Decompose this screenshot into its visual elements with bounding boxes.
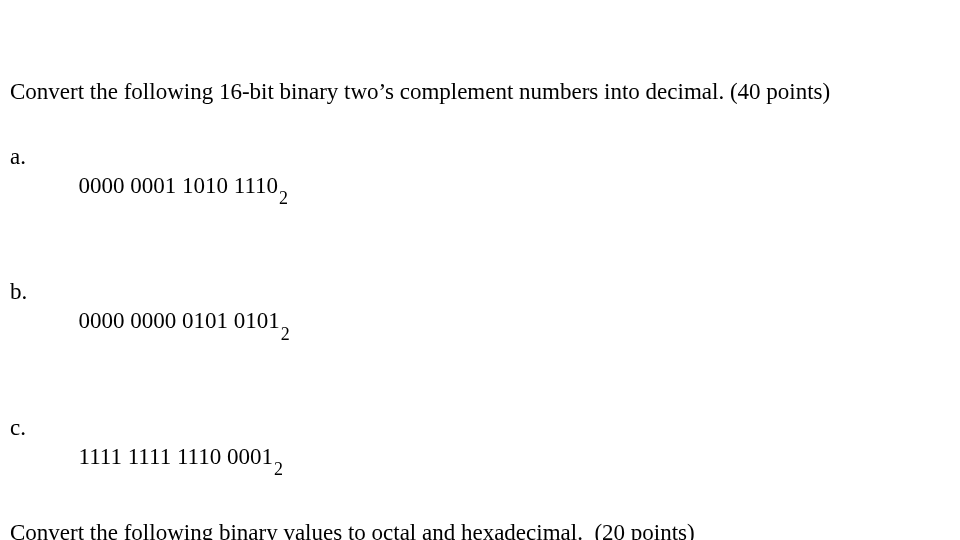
- base-subscript: 2: [274, 459, 283, 479]
- binary-digits: 0000 0001 1010 1110: [79, 173, 279, 198]
- worksheet-page: Convert the following 16-bit binary two’…: [0, 0, 960, 540]
- next-section-partial: Convert the following binary values to o…: [10, 520, 695, 540]
- problem-item: a. 0000 0001 1010 11102: [10, 143, 950, 233]
- item-value: 1111 1111 1110 00012: [44, 414, 282, 504]
- base-subscript: 2: [281, 324, 290, 344]
- instruction-text: Convert the following 16-bit binary two’…: [10, 78, 950, 107]
- binary-digits: 0000 0000 0101 0101: [79, 308, 280, 333]
- item-label: a.: [10, 143, 44, 172]
- item-value: 0000 0000 0101 01012: [44, 278, 289, 368]
- item-label: b.: [10, 278, 44, 307]
- item-value: 0000 0001 1010 11102: [44, 143, 287, 233]
- problem-item: b. 0000 0000 0101 01012: [10, 278, 950, 368]
- base-subscript: 2: [279, 188, 288, 208]
- problem-item: c. 1111 1111 1110 00012: [10, 414, 950, 504]
- binary-digits: 1111 1111 1110 0001: [79, 444, 273, 469]
- item-label: c.: [10, 414, 44, 443]
